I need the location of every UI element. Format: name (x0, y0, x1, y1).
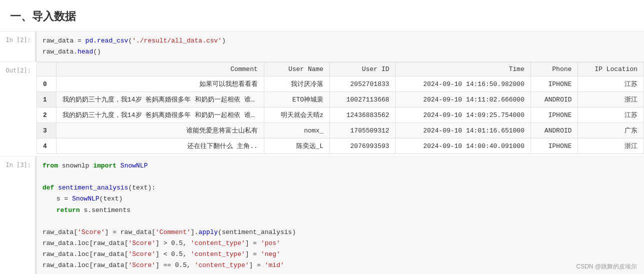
cell-index: 4 (37, 138, 56, 154)
cell-location: 江苏 (578, 108, 644, 123)
cell-comment: 如果可以我想看看看 (56, 76, 264, 92)
data-table: Comment User Name User ID Time Phone IP … (36, 62, 644, 154)
col-header-comment: Comment (56, 62, 264, 76)
page-container: 一、导入数据 In [2]: raw_data = pd.read_csv('.… (0, 0, 644, 274)
cell-label-in2: In [2]: (0, 32, 35, 62)
cell-location: 广东 (578, 123, 644, 138)
col-header-username: User Name (264, 62, 330, 76)
code-in3-line6: raw_data.loc[raw_data['Score'] > 0.5, 'c… (42, 238, 638, 249)
cell-label-in3: In [3]: (0, 156, 35, 274)
cell-index: 1 (37, 92, 56, 108)
cell-label-out2: Out[2]: (0, 62, 35, 154)
cell-username: 明天就会天晴z (264, 108, 330, 123)
watermark: CSDN @跳舞的皮埃尔 (576, 262, 637, 271)
cell-index: 0 (37, 76, 56, 92)
cell-comment: 我的奶奶三十九度，我14岁 爸妈离婚很多年 和奶奶一起相依 谁能援帮我一次么 8… (56, 108, 264, 123)
cell-in2: In [2]: raw_data = pd.read_csv('./result… (0, 31, 644, 62)
cell-code-in3[interactable]: from snownlp import SnowNLP def sentimen… (35, 156, 644, 274)
cell-time: 2024-09-10 14:09:25.754000 (396, 108, 531, 123)
cell-userid: 10027113668 (330, 92, 396, 108)
cell-phone: IPHONE (531, 76, 578, 92)
cell-time: 2024-09-10 14:11:02.666000 (396, 92, 531, 108)
table-row: 3 谁能凭爱意将富士山私有 nomx_ 1705509312 2024-09-1… (37, 123, 644, 138)
table-row: 2 我的奶奶三十九度，我14岁 爸妈离婚很多年 和奶奶一起相依 谁能援帮我一次么… (37, 108, 644, 123)
cell-userid: 2076993593 (330, 138, 396, 154)
table-row: 0 如果可以我想看看看 我讨厌冷落 2052701833 2024-09-10 … (37, 76, 644, 92)
cell-userid: 2052701833 (330, 76, 396, 92)
cell-code-in2[interactable]: raw_data = pd.read_csv('./result/all_dat… (35, 32, 644, 62)
code-in3-line2: def sentiment_analysis(text): (42, 182, 638, 194)
code-in3-line5: raw_data['Score'] = raw_data['Comment'].… (42, 227, 638, 238)
code-in3-line1: from snownlp import SnowNLP (42, 160, 638, 172)
table-row: 4 还在往下翻什么 主角.. 陈奕远_L 2076993593 2024-09-… (37, 138, 644, 154)
col-header-phone: Phone (531, 62, 578, 76)
cell-username: 我讨厌冷落 (264, 76, 330, 92)
cell-phone: ANDROID (531, 123, 578, 138)
cell-comment: 谁能凭爱意将富士山私有 (56, 123, 264, 138)
code-line-2: raw_data.head() (42, 46, 638, 58)
cell-time: 2024-09-10 14:16:50.982000 (396, 76, 531, 92)
code-in3-line8: raw_data.loc[raw_data['Score'] == 0.5, '… (42, 260, 638, 271)
code-line-1: raw_data = pd.read_csv('./result/all_dat… (42, 36, 638, 46)
cell-username: nomx_ (264, 123, 330, 138)
col-header-index (37, 62, 56, 76)
cell-time: 2024-09-10 14:01:16.651000 (396, 123, 531, 138)
code-in3-blank2 (42, 216, 638, 227)
code-in3-line7: raw_data.loc[raw_data['Score'] < 0.5, 'c… (42, 249, 638, 260)
cell-phone: ANDROID (531, 92, 578, 108)
cell-location: 江苏 (578, 76, 644, 92)
cell-location: 浙江 (578, 92, 644, 108)
section-title: 一、导入数据 (0, 0, 644, 31)
col-header-userid: User ID (330, 62, 396, 76)
cell-username: ETO神城裴 (264, 92, 330, 108)
code-in3-blank1 (42, 172, 638, 182)
cell-index: 2 (37, 108, 56, 123)
cell-time: 2024-09-10 14:00:40.091000 (396, 138, 531, 154)
cell-phone: IPHONE (531, 108, 578, 123)
code-in3-line4: return s.sentiments (42, 205, 638, 216)
cell-out2: Out[2]: Comment User Name User ID Time P… (0, 62, 644, 154)
cell-comment: 我的奶奶三十九度，我14岁 爸妈离婚很多年 和奶奶一起相依 谁能援帮我一次么 8… (56, 92, 264, 108)
cell-index: 3 (37, 123, 56, 138)
cell-in3: In [3]: from snownlp import SnowNLP def … (0, 156, 644, 274)
cell-phone: IPHONE (531, 138, 578, 154)
cell-comment: 还在往下翻什么 主角.. (56, 138, 264, 154)
cell-location: 浙江 (578, 138, 644, 154)
table-header-row: Comment User Name User ID Time Phone IP … (37, 62, 644, 76)
cell-username: 陈奕远_L (264, 138, 330, 154)
cell-userid: 1705509312 (330, 123, 396, 138)
col-header-time: Time (396, 62, 531, 76)
cell-output-table: Comment User Name User ID Time Phone IP … (35, 62, 644, 154)
col-header-location: IP Location (578, 62, 644, 76)
cell-userid: 12436883562 (330, 108, 396, 123)
code-in3-line3: s = SnowNLP(text) (42, 194, 638, 204)
table-row: 1 我的奶奶三十九度，我14岁 爸妈离婚很多年 和奶奶一起相依 谁能援帮我一次么… (37, 92, 644, 108)
